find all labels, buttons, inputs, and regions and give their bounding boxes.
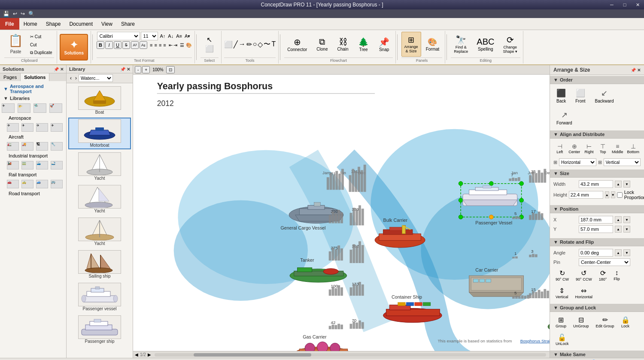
solutions-btn[interactable]: ✦ Solutions [60,34,88,61]
lib-thumb-r2[interactable]: 🚃 [21,161,33,169]
draw-bezier-tool[interactable]: 〜 [264,40,270,49]
increase-indent-btn[interactable]: ⇥ [173,42,177,48]
rail-item[interactable]: Rail transport [7,171,64,178]
subscript-btn[interactable]: A₂ [140,41,147,49]
qa-search-btn[interactable]: 🔍 [27,11,36,17]
lib-thumb-i4[interactable]: 🔧 [51,142,63,151]
bosphorus-link[interactable]: Bosphorus Strait. [520,339,550,343]
road-item[interactable]: Road transport [7,190,64,197]
lib-boat-item[interactable]: Boat [68,85,131,116]
lib-thumb-a2[interactable]: ✈ [21,123,33,132]
align-left-btn[interactable]: ≡ [150,42,152,48]
align-section-header[interactable]: ▼ Align and Distribute [550,130,644,139]
lib-thumb-3[interactable]: 🛸 [33,103,46,113]
home-menu-item[interactable]: Home [19,18,42,30]
close-btn[interactable]: ✕ [631,0,644,9]
select-shape-btn[interactable]: ⬜ [205,45,214,53]
make-same-section-header[interactable]: ▼ Make Same [550,351,644,358]
align-justify-btn[interactable]: ≡ [163,42,166,48]
color-fill-btn[interactable]: 🎨 [186,42,192,48]
front-btn[interactable]: ⬜ Front [572,87,588,105]
lib-sailing-item[interactable]: Sailing ship [68,249,131,280]
format-btn[interactable]: 🎨 Format [423,32,443,57]
height-down-btn[interactable]: ▼ [611,191,615,198]
rotate-180-btn[interactable]: ⟳ 180° [597,268,609,283]
lib-thumb-rd1[interactable]: 🚗 [7,180,19,188]
snap-btn[interactable]: 📌 Snap [376,32,393,57]
align-bottom-btn[interactable]: ⊥ Bottom [626,141,641,156]
lib-thumb-rd3[interactable]: 🚙 [36,180,48,188]
pages-tab[interactable]: Pages [0,73,21,81]
lib-motorboat-item[interactable]: Motorboat [68,118,131,149]
increase-font-btn[interactable]: A↑ [159,33,166,39]
flip-btn[interactable]: ↕ Flip [611,268,622,283]
canvas[interactable]: Yearly passing Bosphorus 2012 Jan Jun [133,75,550,351]
angle-down-btn[interactable]: ▼ [623,249,630,256]
solutions-tab[interactable]: Solutions [21,73,49,81]
lib-thumb-a4[interactable]: ✈ [51,123,63,132]
align-right-btn[interactable]: ⊢ Right [583,141,595,156]
lib-thumb-r4[interactable]: 🚅 [51,161,63,169]
libraries-header[interactable]: ▼Libraries [2,95,64,102]
lib-thumb-a3[interactable]: ✈ [36,123,48,132]
position-section-header[interactable]: ▼ Position [550,205,644,213]
arrange-panel-pin[interactable]: 📌 ✕ [631,68,641,73]
draw-line-tool[interactable]: ╱ [234,40,238,48]
lib-thumb-a1[interactable]: ✈ [7,123,19,132]
refrigerator-ship[interactable] [548,310,550,334]
lib-thumb-r1[interactable]: 🚂 [7,161,19,169]
lib-thumb-i1[interactable]: 🚛 [7,142,19,151]
spelling-btn[interactable]: ABC Spelling [474,32,497,57]
x-input[interactable] [579,216,613,224]
width-input[interactable] [579,180,613,188]
rotate-section-header[interactable]: ▼ Rotate and Flip [550,238,644,246]
text-tool[interactable]: T [271,40,276,48]
canvas-zoom-out-btn[interactable]: - [135,66,141,73]
pen-tool[interactable]: ✏ [246,40,252,48]
clone-btn[interactable]: ⧉ Clone [313,32,331,57]
rotate-90cw-btn[interactable]: ↻ 90° CW [553,268,571,283]
font-selector[interactable]: Calibri [97,32,140,40]
size-section-header[interactable]: ▼ Size [550,169,644,178]
scrollbar-track-h[interactable] [155,353,546,357]
width-up-btn[interactable]: ▲ [615,181,622,188]
group-btn[interactable]: ⊞ Group [553,315,568,330]
edit-group-btn[interactable]: ✏ Edit Group [594,315,617,330]
lib-thumb-4[interactable]: 🚀 [49,103,62,113]
x-down-btn[interactable]: ▼ [623,216,630,223]
lib-thumb-r3[interactable]: 🚄 [36,161,48,169]
industrial-item[interactable]: Industrial transport [7,152,64,159]
backward-btn[interactable]: ↙ Backward [592,87,617,105]
align-top-btn[interactable]: ⊤ Top [597,141,609,156]
duplicate-btn[interactable]: ⧉ Duplicate [28,49,54,57]
font-options-btn[interactable]: A≡ [175,33,183,39]
chain-btn[interactable]: ⛓ Chain [334,32,351,57]
shape-menu-item[interactable]: Shape [42,18,65,30]
back-btn[interactable]: ⬛ Back [553,87,569,105]
lib-yacht3-item[interactable]: Yacht [68,216,131,247]
align-center-btn[interactable]: ⊕ Center [567,141,581,156]
width-down-btn[interactable]: ▼ [623,181,630,188]
aerospace-item[interactable]: Aerospace [7,115,64,121]
maximize-btn[interactable]: □ [618,0,631,9]
connector-btn[interactable]: ⊕ Connector [284,32,310,57]
align-left-btn[interactable]: ⊣ Left [553,141,566,156]
canvas-fit-btn[interactable]: ⊡ [166,66,175,73]
qa-undo-btn[interactable]: ↩ [12,11,18,17]
lib-nav-back[interactable]: ‹ [68,75,73,81]
copy-btn[interactable]: Cut [28,41,54,48]
align-right-btn[interactable]: ≡ [159,42,161,48]
forward-btn[interactable]: ↗ Forward [553,109,575,127]
qa-save-btn[interactable]: 💾 [2,11,11,17]
height-up-btn[interactable]: ▲ [605,191,609,198]
lock-proportions-checkbox[interactable] [617,192,623,198]
scroll-right-btn[interactable]: ▶ [148,352,151,357]
font-color-btn[interactable]: A▾ [184,33,191,39]
bold-btn[interactable]: B [97,41,104,49]
draw-ellipse-tool[interactable]: ○ [253,40,257,48]
order-section-header[interactable]: ▼ Order [550,76,644,84]
library-selector[interactable]: Waterc... [79,74,113,82]
tree-btn[interactable]: 🌲 Tree [355,32,372,57]
y-input[interactable] [579,225,613,233]
angle-input[interactable] [579,249,613,257]
